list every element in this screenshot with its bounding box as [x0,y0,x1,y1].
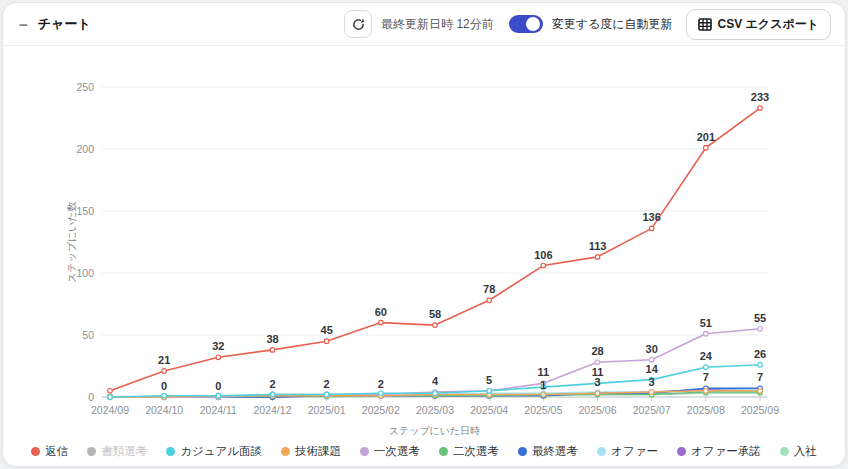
svg-text:2024/09: 2024/09 [91,404,129,416]
legend-label: オファー [611,444,658,459]
chart-card-body: 0501001502002502024/092024/102024/112024… [3,46,845,462]
svg-text:21: 21 [158,354,170,366]
svg-text:2025/07: 2025/07 [633,404,671,416]
legend-item[interactable]: オファー [597,444,658,459]
svg-text:14: 14 [646,363,659,375]
legend-dot-icon [597,447,606,456]
legend-dot-icon [87,447,96,456]
svg-text:30: 30 [646,343,658,355]
legend-dot-icon [518,447,527,456]
svg-text:2025/02: 2025/02 [362,404,400,416]
svg-text:1: 1 [540,379,546,391]
svg-text:55: 55 [754,312,766,324]
svg-text:2: 2 [324,378,330,390]
svg-text:4: 4 [432,375,439,387]
svg-text:201: 201 [697,131,715,143]
auto-update-toggle[interactable] [509,15,543,33]
chart-card: − チャート 最終更新日時 12分前 変更する度に自動更新 [2,2,846,467]
chart-card-header: − チャート 最終更新日時 12分前 変更する度に自動更新 [3,3,845,46]
legend-label: 技術課題 [295,444,341,459]
legend-dot-icon [780,447,789,456]
legend-item[interactable]: 二次選考 [439,444,499,459]
svg-text:2025/05: 2025/05 [524,404,562,416]
last-updated-text: 最終更新日時 12分前 [381,16,494,33]
svg-text:0: 0 [161,380,167,392]
legend-label: カジュアル面談 [180,444,262,459]
auto-update-label: 変更する度に自動更新 [552,16,673,33]
svg-text:100: 100 [76,267,94,279]
refresh-icon [351,17,366,32]
legend-item[interactable]: 技術課題 [281,444,341,459]
csv-export-button[interactable]: CSV エクスポート [686,9,831,40]
svg-text:150: 150 [76,205,94,217]
legend-label: 一次選考 [374,444,420,459]
svg-text:2025/04: 2025/04 [470,404,508,416]
svg-text:2: 2 [378,378,384,390]
legend-dot-icon [360,447,369,456]
svg-text:26: 26 [754,348,766,360]
svg-text:ステップにいた数: ステップにいた数 [66,201,77,283]
svg-text:0: 0 [88,391,94,403]
legend-label: 二次選考 [453,444,499,459]
svg-text:2024/11: 2024/11 [200,404,237,416]
svg-text:45: 45 [321,324,333,336]
legend-dot-icon [281,447,290,456]
legend-item[interactable]: 入社 [780,444,817,459]
svg-text:3: 3 [649,376,655,388]
svg-text:2024/10: 2024/10 [145,404,183,416]
svg-text:2025/03: 2025/03 [416,404,454,416]
svg-text:250: 250 [76,81,94,93]
svg-text:2024/12: 2024/12 [254,404,292,416]
svg-text:3: 3 [594,376,600,388]
svg-text:ステップにいた日時: ステップにいた日時 [389,425,481,436]
legend-dot-icon [166,447,175,456]
svg-text:2: 2 [269,378,275,390]
svg-text:2025/08: 2025/08 [687,404,725,416]
legend-item[interactable]: カジュアル面談 [166,444,262,459]
header-right: 最終更新日時 12分前 変更する度に自動更新 CSV エクスポート [344,9,831,40]
page-title: チャート [38,15,91,33]
svg-text:24: 24 [700,350,713,362]
svg-text:0: 0 [215,380,221,392]
svg-text:58: 58 [429,308,441,320]
legend-label: 入社 [794,444,817,459]
svg-text:7: 7 [703,371,709,383]
refresh-button[interactable] [344,10,372,38]
svg-text:136: 136 [642,211,660,223]
svg-text:233: 233 [751,91,769,103]
csv-export-label: CSV エクスポート [718,16,819,33]
legend-dot-icon [439,447,448,456]
legend-item[interactable]: 書類選考 [87,444,147,459]
line-chart: 0501001502002502024/092024/102024/112024… [3,50,846,440]
legend-label: 返信 [45,444,68,459]
collapse-icon[interactable]: − [17,17,30,32]
svg-text:60: 60 [375,306,387,318]
svg-text:200: 200 [76,143,94,155]
legend-item[interactable]: 返信 [31,444,68,459]
legend-label: 書類選考 [101,444,147,459]
svg-text:5: 5 [486,374,492,386]
svg-text:2025/01: 2025/01 [308,404,346,416]
svg-text:78: 78 [483,283,495,295]
header-left: − チャート [17,15,91,33]
svg-text:51: 51 [700,317,712,329]
legend-label: 最終選考 [532,444,578,459]
svg-text:50: 50 [82,329,94,341]
svg-text:113: 113 [589,240,607,252]
legend-dot-icon [677,447,686,456]
toggle-knob [526,17,540,31]
svg-text:32: 32 [212,340,224,352]
legend-item[interactable]: オファー承諾 [677,444,761,459]
svg-text:11: 11 [538,366,550,378]
legend-label: オファー承諾 [691,444,761,459]
svg-text:2025/09: 2025/09 [741,404,779,416]
legend-item[interactable]: 一次選考 [360,444,420,459]
svg-text:106: 106 [534,249,552,261]
svg-text:7: 7 [757,371,763,383]
table-grid-icon [698,18,712,31]
legend-item[interactable]: 最終選考 [518,444,578,459]
svg-text:28: 28 [591,345,603,357]
legend-dot-icon [31,447,40,456]
chart-legend: 返信書類選考カジュアル面談技術課題一次選考二次選考最終選考オファーオファー承諾入… [3,440,845,462]
svg-text:2025/06: 2025/06 [579,404,617,416]
